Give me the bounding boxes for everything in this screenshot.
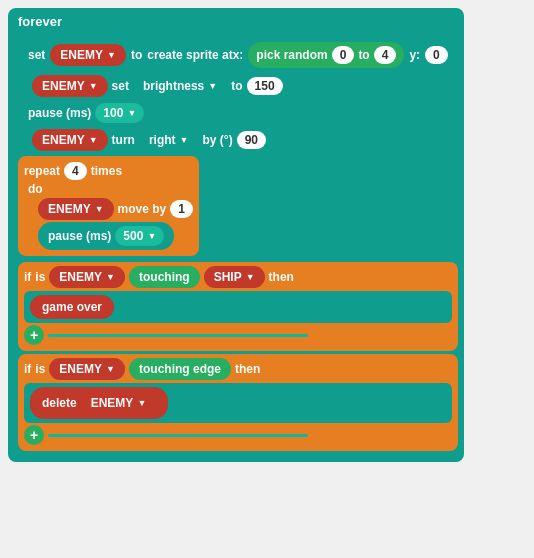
turn-row: ENEMY turn right by (°) 90 [32, 129, 458, 151]
then-label-2: then [235, 362, 260, 376]
enemy-dropdown-5[interactable]: ENEMY [49, 266, 125, 288]
brightness-dropdown[interactable]: brightness [133, 75, 227, 97]
ship-dropdown[interactable]: SHIP [204, 266, 265, 288]
move-row: ENEMY move by 1 [38, 198, 193, 220]
move-label: move by [118, 202, 167, 216]
add-row-1: + [24, 325, 452, 345]
turn-degrees-val[interactable]: 90 [237, 131, 266, 149]
if-label-2: if [24, 362, 31, 376]
if-ship-body: game over [24, 291, 452, 323]
y-val-0[interactable]: 0 [425, 46, 448, 64]
pause-label-1: pause (ms) [28, 106, 91, 120]
random-val-0a[interactable]: 0 [332, 46, 355, 64]
pick-random-label: pick random [256, 48, 327, 62]
pause-block-2: pause (ms) 500 [38, 222, 174, 250]
pause-block-1: pause (ms) 100 [18, 99, 154, 127]
is-label-2: is [35, 362, 45, 376]
if-edge-block: if is ENEMY touching edge then delete EN… [18, 354, 458, 451]
if-edge-header: if is ENEMY touching edge then [24, 358, 452, 380]
pause-label-2: pause (ms) [48, 229, 111, 243]
to-label-3: to [231, 79, 242, 93]
if-ship-header: if is ENEMY touching SHIP then [24, 266, 452, 288]
blocks-canvas: forever set ENEMY to create sprite atx: … [0, 0, 534, 558]
enemy-dropdown-4[interactable]: ENEMY [38, 198, 114, 220]
if-edge-body: delete ENEMY [24, 383, 452, 423]
brightness-val[interactable]: 150 [247, 77, 283, 95]
set-enemy-row: set ENEMY to create sprite atx: pick ran… [18, 37, 458, 73]
by-label: by (°) [203, 133, 233, 147]
pick-random-block: pick random 0 to 4 [248, 42, 404, 68]
y-label: y: [409, 48, 420, 62]
repeat-label: repeat [24, 164, 60, 178]
add-button-1[interactable]: + [24, 325, 44, 345]
add-row-2: + [24, 425, 452, 445]
add-line-1 [48, 334, 308, 337]
move-val[interactable]: 1 [170, 200, 193, 218]
to-label-2: to [358, 48, 369, 62]
set-label: set [28, 48, 45, 62]
to-label-1: to [131, 48, 142, 62]
enemy-dropdown-1[interactable]: ENEMY [50, 44, 126, 66]
pause-row-2: pause (ms) 500 [38, 222, 193, 250]
then-label-1: then [269, 270, 294, 284]
touching-edge-text: touching edge [139, 362, 221, 376]
pause-row-1: pause (ms) 100 [18, 99, 458, 127]
forever-block: forever set ENEMY to create sprite atx: … [8, 8, 464, 462]
pause-val-1[interactable]: 100 [95, 103, 144, 123]
enemy-dropdown-6[interactable]: ENEMY [49, 358, 125, 380]
set-label-2: set [112, 79, 129, 93]
add-button-2[interactable]: + [24, 425, 44, 445]
create-sprite-label: create sprite atx: [147, 48, 243, 62]
repeat-header: repeat 4 times [24, 162, 193, 180]
if-ship-block: if is ENEMY touching SHIP then game over… [18, 262, 458, 351]
random-val-4[interactable]: 4 [374, 46, 397, 64]
game-over-block[interactable]: game over [30, 295, 114, 319]
do-label: do [24, 182, 193, 196]
enemy-dropdown-2[interactable]: ENEMY [32, 75, 108, 97]
touching-label-1: touching [129, 266, 200, 288]
delete-block: delete ENEMY [30, 387, 168, 419]
if-label-1: if [24, 270, 31, 284]
forever-label: forever [14, 12, 458, 33]
turn-label: turn [112, 133, 135, 147]
enemy-dropdown-7[interactable]: ENEMY [81, 392, 157, 414]
touching-text-1: touching [139, 270, 190, 284]
pause-val-2[interactable]: 500 [115, 226, 164, 246]
repeat-times-val[interactable]: 4 [64, 162, 87, 180]
repeat-block: repeat 4 times do ENEMY move by 1 pause … [18, 156, 199, 256]
delete-label: delete [42, 396, 77, 410]
enemy-dropdown-3[interactable]: ENEMY [32, 129, 108, 151]
is-label-1: is [35, 270, 45, 284]
brightness-row: ENEMY set brightness to 150 [32, 75, 458, 97]
touching-edge-label: touching edge [129, 358, 231, 380]
right-dropdown[interactable]: right [139, 129, 199, 151]
add-line-2 [48, 434, 308, 437]
times-label: times [91, 164, 122, 178]
